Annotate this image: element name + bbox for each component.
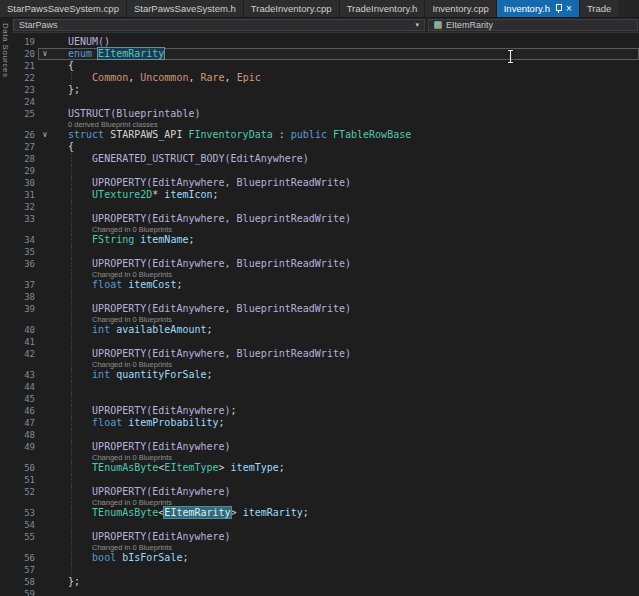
code-text: UPROPERTY(EditAnywhere)	[52, 441, 639, 453]
code-line-39[interactable]: 39 UPROPERTY(EditAnywhere, BlueprintRead…	[12, 303, 639, 315]
fold-gutter	[38, 441, 52, 453]
tab-inventory.cpp[interactable]: Inventory.cpp	[425, 0, 496, 17]
code-line-30[interactable]: 30 UPROPERTY(EditAnywhere, BlueprintRead…	[12, 177, 639, 189]
codelens-link[interactable]: Changed in 0 Blueprints	[92, 543, 172, 552]
code-line-26[interactable]: 26∨struct STARPAWS_API FInventoryData : …	[12, 129, 639, 141]
code-line-53[interactable]: 53 TEnumAsByte<EItemRarity> itemRarity;	[12, 507, 639, 519]
code-line-48[interactable]: 48	[12, 429, 639, 441]
codelens-link[interactable]: Changed in 0 Blueprints	[92, 498, 172, 507]
code-line-24[interactable]: 24	[12, 96, 639, 108]
code-line-27[interactable]: 27{	[12, 141, 639, 153]
code-line-58[interactable]: 58};	[12, 576, 639, 588]
code-line-38[interactable]: 38	[12, 291, 639, 303]
line-number: 34	[12, 234, 38, 246]
code-line-45[interactable]: 45	[12, 393, 639, 405]
tab-starpawssavesystem.cpp[interactable]: StarPawsSaveSystem.cpp	[0, 0, 127, 17]
code-line-23[interactable]: 23};	[12, 84, 639, 96]
project-dropdown[interactable]: StarPaws ▾	[13, 19, 425, 31]
code-line-35[interactable]: 35	[12, 246, 639, 258]
fold-gutter	[38, 177, 52, 189]
codelens-link[interactable]: Changed in 0 Blueprints	[92, 315, 172, 324]
data-sources-tab[interactable]: Data Sources	[0, 19, 11, 81]
fold-icon[interactable]: ∨	[38, 48, 52, 60]
codelens-link[interactable]: Changed in 0 Blueprints	[92, 270, 172, 279]
code-line-40[interactable]: 40 int availableAmount;	[12, 324, 639, 336]
tab-inventory.h[interactable]: Inventory.h×	[497, 0, 580, 17]
code-line-25[interactable]: 25USTRUCT(Blueprintable)	[12, 108, 639, 120]
code-line-49[interactable]: 49 UPROPERTY(EditAnywhere)	[12, 441, 639, 453]
code-line-22[interactable]: 22 Common, Uncommon, Rare, Epic	[12, 72, 639, 84]
code-line-34[interactable]: 34 FString itemName;	[12, 234, 639, 246]
code-line-44[interactable]: 44	[12, 381, 639, 393]
line-number: 57	[12, 564, 38, 576]
code-line-56[interactable]: 56 bool bIsForSale;	[12, 552, 639, 564]
line-number: 51	[12, 474, 38, 486]
fold-icon[interactable]: ∨	[38, 129, 52, 141]
mouse-text-cursor-icon	[506, 49, 515, 68]
line-number: 45	[12, 393, 38, 405]
token: ;	[219, 417, 225, 428]
code-line-31[interactable]: 31 UTexture2D* itemIcon;	[12, 189, 639, 201]
code-line-51[interactable]: 51	[12, 474, 639, 486]
code-text	[52, 519, 639, 531]
fold-gutter	[38, 543, 52, 552]
code-line-55[interactable]: 55 UPROPERTY(EditAnywhere)	[12, 531, 639, 543]
token: itemProbability	[128, 417, 218, 428]
fold-gutter	[38, 72, 52, 84]
line-number: 31	[12, 189, 38, 201]
fold-gutter	[38, 393, 52, 405]
token	[68, 258, 92, 269]
code-text: UPROPERTY(EditAnywhere, BlueprintReadWri…	[52, 303, 639, 315]
code-line-21[interactable]: 21{	[12, 60, 639, 72]
fold-gutter	[38, 213, 52, 225]
codelens-link[interactable]: Changed in 0 Blueprints	[92, 453, 172, 462]
code-text: FString itemName;	[52, 234, 639, 246]
code-line-19[interactable]: 19UENUM()	[12, 36, 639, 48]
code-line-43[interactable]: 43 int quantityForSale;	[12, 369, 639, 381]
code-line-37[interactable]: 37 float itemCost;	[12, 279, 639, 291]
fold-gutter	[38, 429, 52, 441]
pin-icon[interactable]	[554, 3, 562, 14]
codelens-row: Changed in 0 Blueprints	[12, 225, 639, 234]
code-line-46[interactable]: 46 UPROPERTY(EditAnywhere);	[12, 405, 639, 417]
line-number-gutter	[12, 315, 38, 324]
line-number-gutter	[12, 453, 38, 462]
code-line-20[interactable]: 20∨enum EItemRarity	[12, 48, 639, 60]
fold-gutter	[38, 519, 52, 531]
token: ;	[176, 279, 182, 290]
codelens-link[interactable]: Changed in 0 Blueprints	[92, 360, 172, 369]
code-line-50[interactable]: 50 TEnumAsByte<EItemType> itemType;	[12, 462, 639, 474]
code-line-29[interactable]: 29	[12, 165, 639, 177]
codelens-link[interactable]: Changed in 0 Blueprints	[92, 225, 172, 234]
left-dock-strip: Data Sources	[0, 18, 12, 596]
code-text: UPROPERTY(EditAnywhere, BlueprintReadWri…	[52, 348, 639, 360]
token: bIsForSale	[122, 552, 182, 563]
tab-tradeinventory.h[interactable]: TradeInventory.h	[340, 0, 426, 17]
code-line-52[interactable]: 52 UPROPERTY(EditAnywhere)	[12, 486, 639, 498]
fold-gutter	[38, 324, 52, 336]
fold-gutter	[38, 84, 52, 96]
code-line-42[interactable]: 42 UPROPERTY(EditAnywhere, BlueprintRead…	[12, 348, 639, 360]
code-line-47[interactable]: 47 float itemProbability;	[12, 417, 639, 429]
fold-gutter	[38, 189, 52, 201]
code-line-41[interactable]: 41	[12, 336, 639, 348]
symbol-dropdown[interactable]: EItemRarity	[428, 19, 638, 31]
token: UPROPERTY(EditAnywhere)	[92, 441, 230, 452]
code-line-54[interactable]: 54	[12, 519, 639, 531]
code-line-33[interactable]: 33 UPROPERTY(EditAnywhere, BlueprintRead…	[12, 213, 639, 225]
tab-trade[interactable]: Trade	[580, 0, 618, 17]
fold-gutter	[38, 153, 52, 165]
codelens-text: Changed in 0 Blueprints	[52, 225, 639, 234]
codelens-link[interactable]: 0 derived Blueprint classes	[68, 120, 158, 129]
code-line-36[interactable]: 36 UPROPERTY(EditAnywhere, BlueprintRead…	[12, 258, 639, 270]
close-icon[interactable]: ×	[566, 4, 572, 14]
code-line-32[interactable]: 32	[12, 201, 639, 213]
code-line-59[interactable]: 59	[12, 588, 639, 596]
tab-bar: StarPawsSaveSystem.cppStarPawsSaveSystem…	[0, 0, 639, 18]
code-editor[interactable]: 19UENUM()20∨enum EItemRarity21{22 Common…	[12, 33, 639, 596]
tab-starpawssavesystem.h[interactable]: StarPawsSaveSystem.h	[127, 0, 244, 17]
code-line-28[interactable]: 28 GENERATED_USTRUCT_BODY(EditAnywhere)	[12, 153, 639, 165]
code-line-57[interactable]: 57	[12, 564, 639, 576]
tab-tradeinventory.cpp[interactable]: TradeInventory.cpp	[244, 0, 340, 17]
code-text: struct STARPAWS_API FInventoryData : pub…	[52, 129, 639, 141]
